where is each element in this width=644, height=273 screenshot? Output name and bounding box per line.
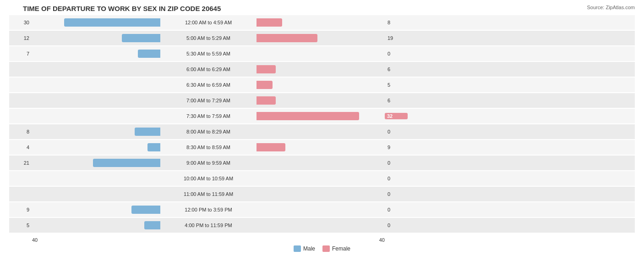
male-value: 8	[9, 129, 32, 134]
right-bar-area	[257, 65, 385, 73]
female-value: 0	[385, 129, 408, 134]
female-value: 8	[385, 20, 408, 25]
time-label: 10:00 AM to 10:59 AM	[160, 176, 257, 181]
male-value: 21	[9, 160, 32, 166]
left-bar-area	[32, 221, 160, 229]
time-label: 12:00 PM to 3:59 PM	[160, 207, 257, 212]
legend-female: Female	[322, 245, 350, 252]
female-value: 9	[385, 145, 408, 150]
bar-row: 4 8:30 AM to 8:59 AM 9	[9, 140, 635, 155]
legend-male: Male	[294, 245, 315, 252]
female-bar	[257, 112, 359, 120]
female-value: 32	[385, 113, 408, 119]
male-value: 7	[9, 51, 32, 56]
female-bar	[257, 18, 282, 27]
female-value: 6	[385, 67, 408, 72]
female-bar	[257, 65, 276, 73]
axis-left: 40	[32, 237, 160, 243]
female-value: 6	[385, 98, 408, 103]
axis-row: 40 40	[9, 237, 635, 243]
legend-male-box	[294, 245, 301, 252]
bar-row: 7 5:30 AM to 5:59 AM 0	[9, 46, 635, 61]
female-bar	[257, 96, 276, 105]
legend-female-box	[322, 245, 330, 252]
female-bar	[257, 143, 285, 151]
chart-area: 30 12:00 AM to 4:59 AM 8 12 5:00 AM to 5…	[9, 15, 635, 235]
right-bar-area	[257, 143, 385, 151]
bar-row: 6:00 AM to 6:29 AM 6	[9, 62, 635, 77]
time-label: 12:00 AM to 4:59 AM	[160, 20, 257, 25]
time-label: 11:00 AM to 11:59 AM	[160, 191, 257, 197]
right-bar-area	[257, 18, 385, 27]
male-bar	[93, 159, 160, 167]
left-bar-area	[32, 206, 160, 214]
female-value: 5	[385, 82, 408, 88]
left-bar-area	[32, 50, 160, 58]
bar-row: 5 4:00 PM to 11:59 PM 0	[9, 218, 635, 233]
male-bar	[122, 34, 160, 42]
axis-left-max: 40	[32, 237, 38, 243]
left-bar-area	[32, 34, 160, 42]
left-bar-area	[32, 190, 160, 198]
chart-title: TIME OF DEPARTURE TO WORK BY SEX IN ZIP …	[23, 5, 635, 12]
axis-right: 40	[257, 237, 385, 243]
legend-male-label: Male	[303, 245, 315, 252]
male-value: 9	[9, 207, 32, 212]
left-bar-area	[32, 128, 160, 136]
female-value: 0	[385, 223, 408, 228]
bar-row: 8 8:00 AM to 8:29 AM 0	[9, 124, 635, 139]
left-bar-area	[32, 174, 160, 183]
time-label: 8:30 AM to 8:59 AM	[160, 145, 257, 150]
male-value: 12	[9, 35, 32, 41]
bar-row: 12 5:00 AM to 5:29 AM 19	[9, 31, 635, 45]
right-bar-area	[257, 128, 385, 136]
legend-female-label: Female	[332, 245, 350, 252]
left-bar-area	[32, 112, 160, 120]
male-value: 4	[9, 145, 32, 150]
male-bar	[135, 128, 160, 136]
time-label: 5:30 AM to 5:59 AM	[160, 51, 257, 56]
right-bar-area	[257, 206, 385, 214]
time-label: 8:00 AM to 8:29 AM	[160, 129, 257, 134]
male-value: 5	[9, 223, 32, 228]
left-bar-area	[32, 96, 160, 105]
right-bar-area	[257, 96, 385, 105]
female-value: 0	[385, 207, 408, 212]
right-bar-area	[257, 50, 385, 58]
bar-row: 30 12:00 AM to 4:59 AM 8	[9, 15, 635, 30]
female-bar	[257, 34, 317, 42]
male-bar	[64, 18, 160, 27]
bar-row: 6:30 AM to 6:59 AM 5	[9, 78, 635, 92]
female-bar	[257, 81, 273, 89]
right-bar-area	[257, 34, 385, 42]
time-label: 5:00 AM to 5:29 AM	[160, 35, 257, 41]
bar-row: 7:00 AM to 7:29 AM 6	[9, 93, 635, 108]
time-label: 7:00 AM to 7:29 AM	[160, 98, 257, 103]
bar-row: 11:00 AM to 11:59 AM 0	[9, 187, 635, 201]
male-value: 30	[9, 20, 32, 25]
right-bar-area	[257, 112, 385, 120]
left-bar-area	[32, 18, 160, 27]
time-label: 9:00 AM to 9:59 AM	[160, 160, 257, 166]
time-label: 7:30 AM to 7:59 AM	[160, 113, 257, 119]
right-bar-area	[257, 159, 385, 167]
male-bar	[131, 206, 160, 214]
time-label: 4:00 PM to 11:59 PM	[160, 223, 257, 228]
bar-row: 9 12:00 PM to 3:59 PM 0	[9, 202, 635, 217]
axis-right-max: 40	[379, 237, 385, 243]
bar-row: 10:00 AM to 10:59 AM 0	[9, 171, 635, 186]
female-value: 0	[385, 51, 408, 56]
time-label: 6:30 AM to 6:59 AM	[160, 82, 257, 88]
left-bar-area	[32, 65, 160, 73]
left-bar-area	[32, 159, 160, 167]
male-bar	[138, 50, 160, 58]
bar-row: 7:30 AM to 7:59 AM 32	[9, 109, 635, 123]
legend: Male Female	[9, 245, 635, 252]
male-bar	[144, 221, 160, 229]
left-bar-area	[32, 81, 160, 89]
right-bar-area	[257, 81, 385, 89]
female-value: 0	[385, 191, 408, 197]
female-value: 0	[385, 176, 408, 181]
right-bar-area	[257, 190, 385, 198]
bar-row: 21 9:00 AM to 9:59 AM 0	[9, 156, 635, 170]
